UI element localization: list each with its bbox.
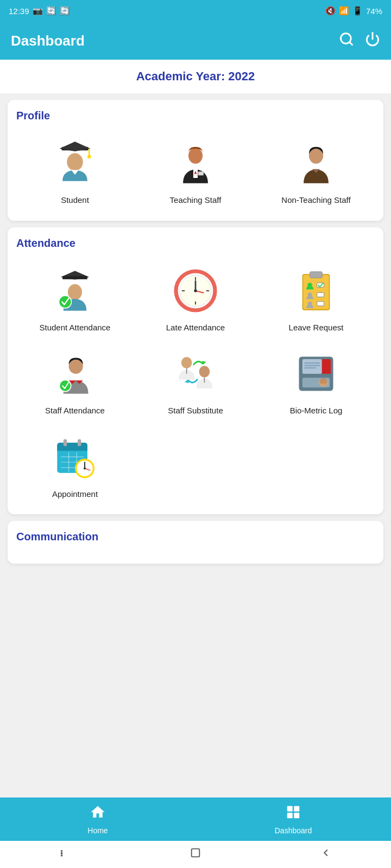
profile-grid: Student Teaching Staff	[16, 132, 375, 210]
profile-item-student[interactable]: Student	[16, 132, 134, 210]
svg-rect-66	[287, 806, 293, 811]
status-icon-2: 🔄	[60, 6, 70, 16]
signal-icon: 📱	[352, 6, 363, 16]
sys-nav-home[interactable]	[190, 847, 201, 862]
attendance-item-late[interactable]: Late Attendance	[137, 259, 254, 337]
appointment-icon	[48, 430, 102, 484]
sys-nav-recents[interactable]	[320, 847, 332, 862]
profile-card: Profile Student	[8, 100, 383, 221]
nav-home-label: Home	[87, 826, 108, 835]
non-teaching-staff-label: Non-Teaching Staff	[281, 195, 350, 206]
svg-rect-32	[317, 292, 324, 297]
student-icon	[48, 136, 102, 190]
student-attendance-label: Student Attendance	[40, 322, 111, 333]
staff-attendance-icon	[48, 347, 102, 401]
status-right: 🔇 📶 📱 74%	[325, 6, 382, 16]
status-left: 12:39 📷 🔄 🔄	[9, 6, 70, 16]
student-attendance-icon	[48, 264, 102, 318]
dashboard-icon	[285, 804, 301, 824]
page-title: Dashboard	[11, 33, 85, 49]
late-attendance-icon	[168, 264, 223, 318]
search-icon[interactable]	[339, 31, 354, 50]
nav-dashboard[interactable]: Dashboard	[195, 804, 391, 835]
sys-nav-back[interactable]	[59, 847, 71, 862]
svg-point-26	[194, 289, 197, 292]
mute-icon: 🔇	[325, 6, 336, 16]
wifi-icon: 📶	[339, 6, 349, 16]
header-actions	[339, 31, 380, 50]
camera-icon: 📷	[33, 6, 43, 16]
svg-rect-27	[302, 274, 329, 309]
academic-year: Academic Year: 2022	[0, 60, 391, 93]
attendance-item-appointment[interactable]: Appointment	[16, 426, 134, 504]
svg-rect-55	[78, 439, 81, 446]
attendance-item-substitute[interactable]: Staff Substitute	[137, 342, 254, 420]
communication-card: Communication	[8, 521, 383, 564]
staff-attendance-label: Staff Attendance	[45, 405, 105, 416]
svg-rect-28	[310, 271, 323, 277]
nav-dashboard-label: Dashboard	[275, 826, 312, 835]
teaching-staff-label: Teaching Staff	[170, 195, 222, 206]
svg-rect-34	[317, 301, 324, 305]
student-label: Student	[61, 195, 89, 206]
battery-label: 74%	[366, 7, 382, 16]
non-teaching-staff-icon	[289, 136, 343, 190]
svg-rect-48	[322, 359, 331, 374]
svg-rect-68	[287, 813, 293, 818]
svg-point-16	[59, 296, 72, 308]
nav-home[interactable]: Home	[0, 804, 195, 835]
attendance-card: Attendance Student Attendance	[8, 227, 383, 515]
teaching-staff-icon	[168, 136, 223, 190]
status-bar: 12:39 📷 🔄 🔄 🔇 📶 📱 74%	[0, 0, 391, 22]
profile-section-title: Profile	[16, 110, 375, 122]
home-icon	[90, 804, 106, 824]
svg-point-36	[59, 380, 71, 391]
svg-rect-67	[294, 806, 299, 811]
communication-section-title: Communication	[16, 531, 375, 543]
svg-point-7	[67, 153, 83, 171]
svg-point-65	[84, 467, 86, 469]
leave-request-icon	[289, 264, 343, 318]
svg-point-38	[199, 366, 210, 377]
attendance-item-student[interactable]: Student Attendance	[16, 259, 134, 337]
svg-rect-14	[62, 276, 87, 279]
attendance-item-staff[interactable]: Staff Attendance	[16, 342, 134, 420]
header: Dashboard	[0, 22, 391, 60]
power-icon[interactable]	[365, 31, 380, 50]
profile-item-non-teaching-staff[interactable]: Non-Teaching Staff	[257, 132, 375, 210]
staff-substitute-icon	[168, 347, 223, 401]
attendance-item-leave[interactable]: Leave Request	[257, 259, 375, 337]
svg-point-8	[188, 148, 203, 163]
bio-metric-log-label: Bio-Metric Log	[290, 405, 343, 416]
bottom-nav: Home Dashboard	[0, 797, 391, 841]
bio-metric-log-icon	[289, 347, 343, 401]
svg-rect-69	[294, 813, 299, 818]
svg-point-6	[87, 155, 91, 158]
svg-point-37	[181, 357, 192, 368]
staff-substitute-label: Staff Substitute	[168, 405, 223, 416]
late-attendance-label: Late Attendance	[166, 322, 225, 333]
system-nav-bar	[0, 841, 391, 868]
attendance-grid: Student Attendance	[16, 259, 375, 504]
svg-line-1	[349, 42, 352, 44]
status-icon-1: 🔄	[46, 6, 56, 16]
attendance-item-biometric[interactable]: Bio-Metric Log	[257, 342, 375, 420]
status-time: 12:39	[9, 7, 29, 16]
leave-request-label: Leave Request	[289, 322, 344, 333]
appointment-label: Appointment	[52, 489, 98, 500]
svg-rect-53	[57, 448, 87, 450]
svg-rect-54	[64, 439, 67, 446]
svg-rect-11	[198, 172, 204, 176]
svg-rect-44	[302, 359, 322, 374]
profile-item-teaching-staff[interactable]: Teaching Staff	[137, 132, 254, 210]
svg-rect-74	[192, 849, 200, 857]
attendance-section-title: Attendance	[16, 237, 375, 250]
